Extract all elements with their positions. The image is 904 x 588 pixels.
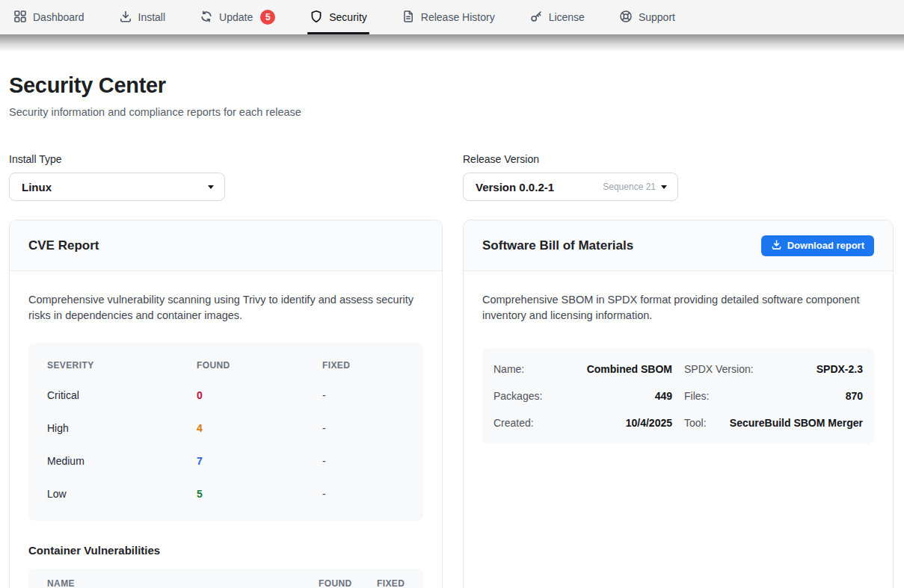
sbom-description: Comprehensive SBOM in SPDX format provid… xyxy=(482,292,874,324)
release-version-filter: Release Version Version 0.0.2-1 Sequence… xyxy=(463,153,894,201)
release-sequence-label: Sequence 21 xyxy=(603,182,656,192)
detail-label: Files: xyxy=(684,390,709,402)
tab-install[interactable]: Install xyxy=(119,0,166,34)
fixed-count: - xyxy=(322,488,405,500)
table-row: Low 5 - xyxy=(47,477,405,510)
detail-value: SPDX-2.3 xyxy=(817,363,863,375)
tab-label: Security xyxy=(329,11,367,23)
cve-report-card: CVE Report Comprehensive vulnerability s… xyxy=(9,220,443,588)
active-tab-underline xyxy=(307,32,369,34)
install-type-filter: Install Type Linux xyxy=(9,153,443,201)
download-icon xyxy=(119,10,132,25)
tab-label: Release History xyxy=(421,11,495,23)
severity-table-header: SEVERITY FOUND FIXED xyxy=(47,352,405,379)
container-vulnerabilities-header: NAME FOUND FIXED xyxy=(28,569,423,588)
found-count: 7 xyxy=(197,455,322,467)
detail-value: 449 xyxy=(655,390,672,402)
detail-label: SPDX Version: xyxy=(684,363,754,375)
lifebuoy-icon xyxy=(619,10,633,25)
sbom-detail-tool: Tool: SecureBuild SBOM Merger xyxy=(684,409,863,436)
detail-value: Combined SBOM xyxy=(587,363,672,375)
container-vulnerabilities-title: Container Vulnerabilities xyxy=(28,544,423,557)
tab-update[interactable]: Update 5 xyxy=(200,0,275,34)
update-badge: 5 xyxy=(260,10,275,25)
detail-label: Name: xyxy=(493,363,524,375)
cve-report-description: Comprehensive vulnerability scanning usi… xyxy=(28,292,423,324)
document-icon xyxy=(402,10,415,25)
sbom-detail-created: Created: 10/4/2025 xyxy=(493,409,672,436)
tab-label: License xyxy=(549,11,585,23)
cve-report-header: CVE Report xyxy=(10,220,442,271)
tab-license[interactable]: License xyxy=(529,0,585,34)
refresh-icon xyxy=(200,10,213,25)
severity-label: Medium xyxy=(47,455,197,467)
release-version-select[interactable]: Version 0.0.2-1 Sequence 21 xyxy=(463,173,678,201)
tab-label: Install xyxy=(138,11,166,23)
col-severity: SEVERITY xyxy=(47,360,197,371)
main-content: Security Center Security information and… xyxy=(0,73,904,588)
tab-security[interactable]: Security xyxy=(310,0,367,34)
sbom-title: Software Bill of Materials xyxy=(482,238,633,253)
dashboard-grid-icon xyxy=(13,10,27,25)
detail-value: SecureBuild SBOM Merger xyxy=(730,417,863,429)
top-nav: Dashboard Install Update 5 Security Rele… xyxy=(0,0,904,34)
tab-label: Update xyxy=(219,11,253,23)
sbom-detail-spdx-version: SPDX Version: SPDX-2.3 xyxy=(684,356,863,383)
download-report-label: Download report xyxy=(787,240,864,251)
col-found: FOUND xyxy=(319,578,377,588)
severity-label: High xyxy=(47,422,197,434)
severity-table: SEVERITY FOUND FIXED Critical 0 - High 4… xyxy=(28,343,423,521)
detail-value: 870 xyxy=(846,390,863,402)
tab-label: Dashboard xyxy=(33,11,84,23)
found-count: 0 xyxy=(197,389,322,401)
cve-report-body: Comprehensive vulnerability scanning usi… xyxy=(10,271,442,588)
table-row: Medium 7 - xyxy=(47,445,405,477)
detail-label: Tool: xyxy=(684,417,707,429)
col-fixed: FIXED xyxy=(377,578,416,588)
shield-icon xyxy=(310,10,323,25)
tab-label: Support xyxy=(639,11,675,23)
sbom-card: Software Bill of Materials Download repo… xyxy=(463,220,894,588)
key-icon xyxy=(529,10,543,25)
install-type-label: Install Type xyxy=(9,153,443,165)
sbom-detail-packages: Packages: 449 xyxy=(493,383,672,409)
found-count: 5 xyxy=(197,488,322,500)
download-icon xyxy=(771,239,782,253)
detail-label: Packages: xyxy=(493,390,542,402)
tab-release-history[interactable]: Release History xyxy=(402,0,495,34)
install-type-value: Linux xyxy=(22,181,52,194)
cve-report-title: CVE Report xyxy=(28,238,99,253)
install-type-select[interactable]: Linux xyxy=(9,173,225,201)
chevron-down-icon xyxy=(208,185,214,189)
sbom-details: Name: Combined SBOM SPDX Version: SPDX-2… xyxy=(482,348,874,444)
table-row: High 4 - xyxy=(47,412,405,445)
chevron-down-icon xyxy=(661,185,667,189)
page-title: Security Center xyxy=(9,73,894,98)
fixed-count: - xyxy=(322,389,405,401)
severity-label: Critical xyxy=(47,389,197,401)
detail-value: 10/4/2025 xyxy=(626,417,672,429)
found-count: 4 xyxy=(197,422,322,434)
nav-shadow xyxy=(0,34,904,52)
cards-row: CVE Report Comprehensive vulnerability s… xyxy=(9,220,894,588)
release-version-value: Version 0.0.2-1 xyxy=(476,181,554,194)
download-report-button[interactable]: Download report xyxy=(761,235,874,256)
fixed-count: - xyxy=(322,455,405,467)
sbom-body: Comprehensive SBOM in SPDX format provid… xyxy=(464,271,893,462)
fixed-count: - xyxy=(322,422,405,434)
tab-dashboard[interactable]: Dashboard xyxy=(13,0,84,34)
col-found: FOUND xyxy=(197,360,322,371)
release-version-label: Release Version xyxy=(463,153,894,165)
filters-row: Install Type Linux Release Version Versi… xyxy=(9,153,894,201)
tab-support[interactable]: Support xyxy=(619,0,675,34)
table-row: Critical 0 - xyxy=(47,379,405,412)
page-subtitle: Security information and compliance repo… xyxy=(9,106,894,118)
sbom-detail-name: Name: Combined SBOM xyxy=(493,356,672,383)
sbom-detail-files: Files: 870 xyxy=(684,383,863,409)
col-fixed: FIXED xyxy=(322,360,405,371)
detail-label: Created: xyxy=(493,417,534,429)
severity-label: Low xyxy=(47,488,197,500)
col-name: NAME xyxy=(47,578,319,588)
sbom-header: Software Bill of Materials Download repo… xyxy=(464,220,893,271)
